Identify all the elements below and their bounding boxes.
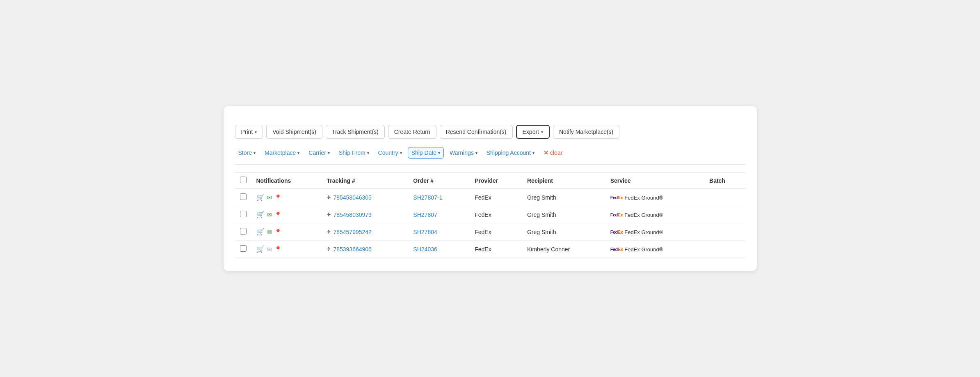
filter-marketplace-chevron-icon: ▾ <box>297 151 299 155</box>
clear-label: clear <box>550 149 562 156</box>
batch-cell <box>704 223 745 241</box>
notifications-cell: 🛒 ✉ 📍 <box>251 241 322 258</box>
clear-x-icon: ✕ <box>544 149 548 156</box>
notify-button[interactable]: Notify Marketplace(s) <box>553 125 619 139</box>
plane-icon: ✈ <box>327 246 331 252</box>
select-all-checkbox[interactable] <box>240 177 247 183</box>
filter-country-button[interactable]: Country▾ <box>375 147 405 158</box>
filter-ship-from-chevron-icon: ▾ <box>367 151 369 155</box>
row-checkbox-cell <box>235 241 251 258</box>
pin-icon: 📍 <box>274 246 281 253</box>
filter-shipping-account-chevron-icon: ▾ <box>532 151 535 155</box>
service-cell: FedEx FedEx Ground® <box>605 206 704 223</box>
table-row: 🛒 ✉ 📍 ✈785457995242SH27804FedExGreg Smit… <box>235 223 745 241</box>
col-header-batch: Batch <box>704 172 745 189</box>
tracking-link[interactable]: ✈785458030979 <box>327 211 403 218</box>
filter-carrier-button[interactable]: Carrier▾ <box>305 147 333 158</box>
create-return-button[interactable]: Create Return <box>388 125 436 139</box>
batch-cell <box>704 206 745 223</box>
provider-cell: FedEx <box>470 241 522 258</box>
notifications-cell: 🛒 ✉ 📍 <box>251 189 322 206</box>
mail-icon: ✉ <box>267 194 272 201</box>
clear-filters-button[interactable]: ✕clear <box>540 147 566 158</box>
filter-shipping-account-label: Shipping Account <box>487 149 531 156</box>
service-cell: FedEx FedEx Ground® <box>605 189 704 206</box>
filter-store-label: Store <box>238 149 252 156</box>
fedex-logo: FedEx <box>610 212 623 217</box>
mail-icon: ✉ <box>267 211 272 218</box>
provider-cell: FedEx <box>470 189 522 206</box>
table-row: 🛒 ✉ 📍 ✈785458030979SH27807FedExGreg Smit… <box>235 206 745 223</box>
row-checkbox[interactable] <box>240 228 247 234</box>
tracking-link[interactable]: ✈785457995242 <box>327 229 403 235</box>
col-header-service: Service <box>605 172 704 189</box>
row-checkbox[interactable] <box>240 211 247 217</box>
col-header-recipient: Recipient <box>522 172 605 189</box>
fedex-badge: FedEx FedEx Ground® <box>610 229 663 235</box>
fedex-badge: FedEx FedEx Ground® <box>610 246 663 253</box>
print-chevron-icon: ▾ <box>255 130 257 134</box>
filter-carrier-chevron-icon: ▾ <box>328 151 330 155</box>
print-button[interactable]: Print▾ <box>235 125 263 139</box>
table-row: 🛒 ✉ 📍 ✈785458046305SH27807-1FedExGreg Sm… <box>235 189 745 206</box>
recipient-cell: Greg Smith <box>522 223 605 241</box>
pin-icon: 📍 <box>274 211 281 218</box>
filter-warnings-chevron-icon: ▾ <box>475 151 477 155</box>
provider-cell: FedEx <box>470 223 522 241</box>
filter-warnings-label: Warnings <box>450 149 474 156</box>
row-checkbox-cell <box>235 189 251 206</box>
tracking-cell: ✈785393664906 <box>322 241 408 258</box>
shipments-table: NotificationsTracking #Order #ProviderRe… <box>235 172 745 258</box>
filter-store-button[interactable]: Store▾ <box>235 147 259 158</box>
mail-icon: ✉ <box>267 229 272 235</box>
shipments-card: Print▾Void Shipment(s)Track Shipment(s)C… <box>224 106 757 271</box>
void-button[interactable]: Void Shipment(s) <box>266 125 322 139</box>
fedex-logo: FedEx <box>610 230 623 234</box>
mail-icon: ✉ <box>267 246 272 253</box>
recipient-cell: Greg Smith <box>522 189 605 206</box>
tracking-link[interactable]: ✈785458046305 <box>327 194 403 201</box>
row-checkbox-cell <box>235 206 251 223</box>
export-chevron-icon: ▾ <box>541 130 543 134</box>
batch-cell <box>704 241 745 258</box>
row-checkbox[interactable] <box>240 193 247 200</box>
tracking-cell: ✈785458046305 <box>322 189 408 206</box>
fedex-logo: FedEx <box>610 195 623 200</box>
tracking-cell: ✈785457995242 <box>322 223 408 241</box>
row-checkbox[interactable] <box>240 245 247 252</box>
col-header-order: Order # <box>408 172 470 189</box>
filter-marketplace-button[interactable]: Marketplace▾ <box>261 147 303 158</box>
filter-shipping-account-button[interactable]: Shipping Account▾ <box>483 147 538 158</box>
cart-icon: 🛒 <box>256 211 265 218</box>
filter-ship-date-chevron-icon: ▾ <box>438 151 440 155</box>
filter-carrier-label: Carrier <box>308 149 326 156</box>
tracking-cell: ✈785458030979 <box>322 206 408 223</box>
fedex-badge: FedEx FedEx Ground® <box>610 195 663 201</box>
row-checkbox-cell <box>235 223 251 241</box>
service-cell: FedEx FedEx Ground® <box>605 223 704 241</box>
cart-icon: 🛒 <box>256 228 265 236</box>
filter-warnings-button[interactable]: Warnings▾ <box>446 147 481 158</box>
order-link[interactable]: SH24036 <box>413 246 437 253</box>
fedex-badge: FedEx FedEx Ground® <box>610 212 663 218</box>
recipient-cell: Greg Smith <box>522 206 605 223</box>
filter-ship-from-button[interactable]: Ship From▾ <box>336 147 372 158</box>
filter-ship-date-label: Ship Date <box>411 149 436 156</box>
export-button[interactable]: Export▾ <box>516 125 550 139</box>
order-link[interactable]: SH27804 <box>413 229 437 235</box>
filter-ship-from-label: Ship From <box>339 149 366 156</box>
tracking-link[interactable]: ✈785393664906 <box>327 246 403 253</box>
notifications-cell: 🛒 ✉ 📍 <box>251 206 322 223</box>
track-button[interactable]: Track Shipment(s) <box>326 125 385 139</box>
select-all-header <box>235 172 251 189</box>
filter-ship-date-button[interactable]: Ship Date▾ <box>408 147 444 159</box>
plane-icon: ✈ <box>327 211 331 218</box>
service-cell: FedEx FedEx Ground® <box>605 241 704 258</box>
order-link[interactable]: SH27807 <box>413 211 437 218</box>
resend-button[interactable]: Resend Confirmation(s) <box>440 125 513 139</box>
table-wrap: NotificationsTracking #Order #ProviderRe… <box>235 172 745 258</box>
plane-icon: ✈ <box>327 229 331 235</box>
filter-bar: Store▾Marketplace▾Carrier▾Ship From▾Coun… <box>235 147 745 165</box>
order-link[interactable]: SH27807-1 <box>413 194 442 201</box>
filter-marketplace-label: Marketplace <box>265 149 296 156</box>
